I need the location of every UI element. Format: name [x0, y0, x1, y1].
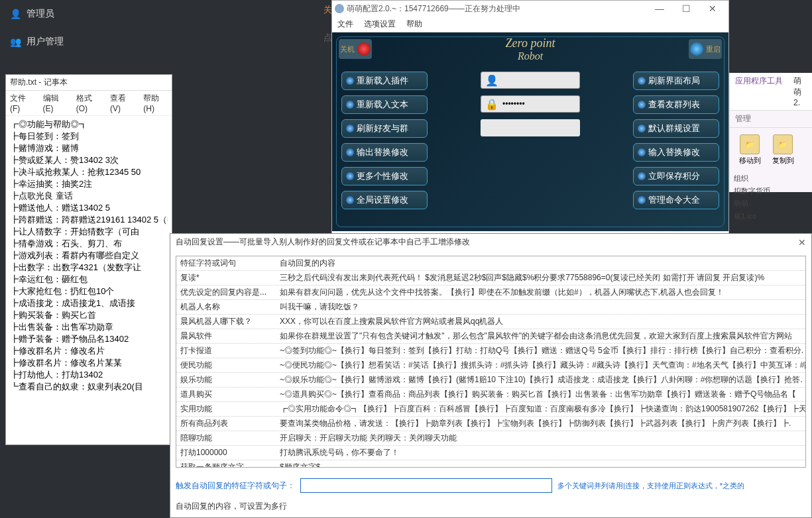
sidebar-item-admin[interactable]: 👤 管理员 — [0, 0, 331, 28]
cell-trigger: 便民功能 — [176, 358, 276, 372]
robot-button-r0[interactable]: 刷新界面布局 — [633, 72, 719, 90]
cell-content: 开启聊天：开启聊天功能 关闭聊天：关闭聊天功能 — [276, 431, 805, 445]
notepad-line: ┏◎功能与帮助◎┓ — [10, 119, 168, 130]
table-row[interactable]: 晨风软件如果你在群规里设置了"只有包含关键词才触发"，那么包含"晨风软件"的关键… — [176, 329, 805, 344]
restart-button[interactable]: 重启 — [689, 39, 722, 59]
robot-button-r4[interactable]: 立即保存积分 — [633, 167, 719, 185]
notepad-content[interactable]: ┏◎功能与帮助◎┓┣每日签到：签到┣赌博游戏：赌博┣赞或贬某人：赞13402 3… — [6, 116, 172, 395]
app-icon — [335, 4, 344, 13]
content-label: 自动回复的内容，可设置为多行 — [170, 498, 811, 515]
sidebar-item-users[interactable]: 👥 用户管理 — [0, 28, 331, 56]
password-input[interactable] — [502, 99, 575, 109]
list-item[interactable]: 拟数字货币... — [730, 185, 812, 197]
table-row[interactable]: 晨风机器人哪下载？XXX，你可以在百度上搜索晨风软件官方网站或者晨风qq机器人 — [176, 315, 805, 329]
notepad-line: ┣购买装备：购买匕首 — [10, 309, 168, 321]
cell-trigger: 晨风机器人哪下载？ — [176, 315, 276, 329]
cell-content: ~◎娱乐功能◎~【换行】赌博游戏：赌博【换行】(赌博1赔10 下注10)【换行】… — [276, 373, 805, 387]
notepad-line: ┣修改群名片：修改名片某某 — [10, 357, 168, 369]
copy-to-button[interactable]: 📁 复制到 — [770, 134, 796, 166]
table-row[interactable]: 获取一条顺序文字$顺序文字$ — [176, 460, 805, 468]
users-icon: 👥 — [10, 36, 21, 47]
robot-button-4[interactable]: 更多个性修改 — [341, 167, 428, 185]
robot-button-0[interactable]: 重新载入插件 — [341, 72, 428, 90]
cell-content: ~◎便民功能◎~【换行】想看笑话：#笑话【换行】搜抓头诗：#抓头诗【换行】藏头诗… — [276, 358, 805, 372]
maximize-button[interactable]: ☐ — [673, 2, 699, 15]
close-button[interactable]: ✕ — [699, 2, 726, 15]
cell-content: 如果有群友问问题，优先从这个文件中找答案。【换行】即使在不加触发前缀（比如#），… — [276, 285, 805, 299]
notepad-title: 帮助.txt - 记事本 — [6, 75, 172, 91]
table-row[interactable]: 实用功能┏◎实用功能命令◎┓【换行】┣百度百科：百科感冒【换行】┣百度知道：百度… — [176, 402, 805, 417]
menu-help[interactable]: 帮助(H) — [143, 93, 168, 113]
menu-help[interactable]: 帮助 — [406, 19, 422, 30]
notepad-line: ┣决斗或抢救某人：抢救12345 50 — [10, 166, 168, 178]
notepad-line: ┣幸运抽奖：抽奖2注 — [10, 178, 168, 190]
notepad-line: ┣赠予装备：赠予物品名13402 — [10, 333, 168, 345]
robot-button-2[interactable]: 刷新好友与群 — [341, 119, 428, 138]
cell-content: 打劫腾讯系统号码，你不要命了！ — [276, 446, 805, 460]
menu-format[interactable]: 格式(O) — [76, 93, 101, 113]
cell-trigger: 复读* — [176, 271, 276, 285]
table-row[interactable]: 娱乐功能~◎娱乐功能◎~【换行】赌博游戏：赌博【换行】(赌博1赔10 下注10)… — [176, 373, 805, 388]
robot-button-r3[interactable]: 输入替换修改 — [633, 143, 719, 162]
cell-trigger: 打劫1000000 — [176, 446, 276, 460]
tab-manage[interactable]: 管理 — [730, 111, 812, 128]
tab-app-tools[interactable]: 应用程序工具 — [730, 73, 788, 111]
menu-options[interactable]: 选项设置 — [364, 19, 396, 30]
sidebar-label: 管理员 — [27, 8, 54, 20]
autoreply-table: 特征字符或词句 自动回复的内容 复读*三秒之后代码没有发出来则代表死代码！ $发… — [176, 256, 806, 468]
cell-content: XXX，你可以在百度上搜索晨风软件官方网站或者晨风qq机器人 — [276, 315, 805, 329]
window-title: 自动回复设置——可批量导入别人制作好的回复文件或在记事本中自己手工增添修改 — [176, 236, 470, 248]
menu-file[interactable]: 文件 — [337, 19, 353, 30]
notepad-line: ┣赠送他人：赠送13402 5 — [10, 202, 168, 214]
password-input-wrapper: 🔒 — [481, 95, 580, 113]
menu-file[interactable]: 文件(F) — [10, 93, 34, 113]
menu-view[interactable]: 查看(V) — [110, 93, 134, 113]
table-row[interactable]: 机器人名称叫我干嘛，请我吃饭？ — [176, 300, 805, 315]
tab-mengmeng[interactable]: 萌萌2. — [788, 73, 812, 111]
table-row[interactable]: 打劫1000000打劫腾讯系统号码，你不要命了！ — [176, 446, 805, 460]
group-label: 组织 — [730, 172, 812, 185]
robot-button-r1[interactable]: 查看友群列表 — [633, 95, 719, 114]
account-input-wrapper: 👤 — [481, 72, 580, 89]
list-item[interactable]: 萌萌 — [730, 197, 812, 210]
robot-button-5[interactable]: 全局设置修改 — [341, 191, 428, 209]
list-item[interactable]: 规1.ico — [730, 210, 812, 223]
notepad-line: ┣点歌光良 童话 — [10, 190, 168, 202]
table-row[interactable]: 打卡报道~◎签到功能◎~【换行】每日签到：签到【换行】打劫：打劫Q号【换行】赠送… — [176, 344, 805, 358]
column-header-trigger[interactable]: 特征字符或词句 — [176, 256, 276, 270]
account-input[interactable] — [502, 76, 575, 85]
blank-field[interactable] — [481, 119, 580, 136]
robot-button-3[interactable]: 输出替换修改 — [341, 143, 428, 162]
table-row[interactable]: 陪聊功能开启聊天：开启聊天功能 关闭聊天：关闭聊天功能 — [176, 431, 805, 446]
robot-button-r2[interactable]: 默认群规设置 — [633, 119, 719, 138]
brand-subtext: Robot — [332, 50, 728, 62]
table-row[interactable]: 道具购买~◎道具购买◎~【换行】查看商品：商品列表【换行】购买装备：购买匕首【换… — [176, 388, 805, 402]
cell-content: 要查询某类物品价格，请发送：【换行】┣勋章列表【换行】┣宝物列表【换行】┣防御列… — [276, 417, 805, 431]
minimize-button[interactable]: — — [646, 2, 673, 15]
column-header-content[interactable]: 自动回复的内容 — [276, 256, 805, 270]
table-row[interactable]: 复读*三秒之后代码没有发出来则代表死代码！ $发消息延迟2秒$回声$隐藏$%积分… — [176, 271, 805, 285]
table-row[interactable]: 优先设定的回复内容是...如果有群友问问题，优先从这个文件中找答案。【换行】即使… — [176, 285, 805, 300]
folder-move-icon: 📁 — [740, 134, 760, 154]
folder-copy-icon: 📁 — [773, 134, 793, 154]
close-button[interactable]: ✕ — [798, 237, 806, 248]
restart-icon — [690, 42, 703, 56]
autoreply-window: 自动回复设置——可批量导入别人制作好的回复文件或在记事本中自己手工增添修改 ✕ … — [170, 233, 812, 518]
table-row[interactable]: 便民功能~◎便民功能◎~【换行】想看笑话：#笑话【换行】搜抓头诗：#抓头诗【换行… — [176, 358, 805, 373]
cell-content: $顺序文字$ — [276, 460, 805, 468]
menu-edit[interactable]: 编辑(E) — [43, 93, 67, 113]
trigger-input[interactable] — [300, 478, 552, 493]
window-title: 萌萌配置2.0.~：1547712669——正在努力处理中 — [347, 3, 520, 15]
move-to-button[interactable]: 📁 移动到 — [736, 134, 763, 166]
cell-trigger: 获取一条顺序文字 — [176, 460, 276, 468]
cell-content: 如果你在群规里设置了"只有包含关键词才触发"，那么包含"晨风软件"的关键字都会由… — [276, 329, 805, 343]
cell-trigger: 晨风软件 — [176, 329, 276, 343]
notepad-window: 帮助.txt - 记事本 文件(F) 编辑(E) 格式(O) 查看(V) 帮助(… — [5, 74, 172, 445]
table-row[interactable]: 所有商品列表要查询某类物品价格，请发送：【换行】┣勋章列表【换行】┣宝物列表【换… — [176, 417, 805, 431]
lock-icon: 🔒 — [485, 98, 498, 111]
cell-trigger: 陪聊功能 — [176, 431, 276, 445]
robot-button-r5[interactable]: 管理命令大全 — [633, 191, 719, 209]
robot-button-1[interactable]: 重新载入文本 — [341, 95, 428, 114]
shutdown-button[interactable]: 关机 — [339, 39, 372, 59]
notepad-line: ┣赞或贬某人：赞13402 3次 — [10, 154, 168, 166]
